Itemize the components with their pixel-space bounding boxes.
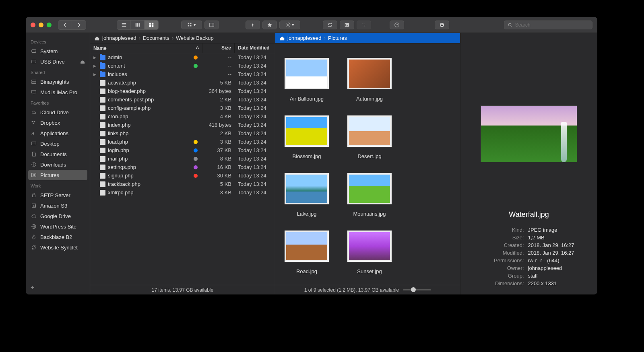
file-row[interactable]: config-sample.php3 KBToday 13:24 xyxy=(90,104,275,112)
file-row[interactable]: mail.php8 KBToday 13:24 xyxy=(90,154,275,163)
icon-grid: Air Balloon.jpgAutumn.jpgBlossom.jpgDese… xyxy=(275,43,460,285)
eject-icon[interactable]: ⏏ xyxy=(80,59,85,65)
sidebar-item[interactable]: Documents xyxy=(26,149,90,159)
disclosure-triangle[interactable]: ▶ xyxy=(93,56,97,60)
thumbnail-item[interactable]: Air Balloon.jpg xyxy=(279,56,334,105)
thumbnail-item[interactable]: Blossom.jpg xyxy=(279,113,334,163)
file-icon xyxy=(100,80,105,86)
meta-value: 2018. Jan 29. 16:27 xyxy=(528,250,574,256)
pictures-icon xyxy=(31,172,37,178)
thumbnail-item[interactable]: Desert.jpg xyxy=(342,113,397,163)
sidebar-item[interactable]: Pictures xyxy=(28,170,87,180)
sidebar-item[interactable]: SFTP Server xyxy=(26,190,90,200)
close-button[interactable] xyxy=(31,23,35,27)
sidebar-item[interactable]: Downloads xyxy=(26,159,90,170)
thumbnail-item[interactable]: Autumn.jpg xyxy=(342,56,397,105)
search-field[interactable] xyxy=(504,21,592,29)
list-view-button[interactable] xyxy=(117,21,131,29)
maximize-button[interactable] xyxy=(47,23,52,27)
icon-view-button[interactable] xyxy=(144,21,158,29)
forward-button[interactable] xyxy=(72,21,86,29)
minimize-button[interactable] xyxy=(39,23,43,27)
file-row[interactable]: cron.php4 KBToday 13:24 xyxy=(90,112,275,121)
file-date: Today 13:24 xyxy=(235,181,275,187)
quicklook-button[interactable] xyxy=(246,21,260,29)
emoji-button[interactable] xyxy=(390,21,404,29)
file-date: Today 13:24 xyxy=(235,105,275,111)
col-name-header[interactable]: Name^ xyxy=(90,43,202,53)
sidebar-item-label: Applications xyxy=(40,130,68,136)
file-row[interactable]: index.php418 bytesToday 13:24 xyxy=(90,121,275,129)
file-row[interactable]: xmlrpc.php3 KBToday 13:24 xyxy=(90,188,275,197)
sidebar-item-label: WordPress Site xyxy=(40,224,76,230)
sidebar-item[interactable]: iCloud Drive xyxy=(26,107,90,117)
compare-button[interactable] xyxy=(357,21,371,29)
file-date: Today 13:24 xyxy=(235,189,275,196)
download-button[interactable] xyxy=(435,21,449,29)
file-icon xyxy=(100,122,105,128)
sidebar-item[interactable]: Binarynights xyxy=(26,76,90,87)
disclosure-triangle[interactable]: ▶ xyxy=(93,72,97,76)
search-input[interactable] xyxy=(515,22,589,28)
svg-rect-7 xyxy=(188,23,190,24)
window-controls xyxy=(31,23,52,27)
file-row[interactable]: ▶admin--Today 13:24 xyxy=(90,53,275,62)
terminal-button[interactable] xyxy=(340,21,354,29)
meta-key: Owner: xyxy=(484,265,524,271)
breadcrumb-item[interactable]: johnappleseed xyxy=(102,35,136,41)
file-row[interactable]: ▶includes--Today 13:24 xyxy=(90,70,275,78)
sidebar-item[interactable]: Desktop xyxy=(26,138,90,149)
file-row[interactable]: links.php2 KBToday 13:24 xyxy=(90,129,275,138)
file-row[interactable]: signup.php30 KBToday 13:24 xyxy=(90,171,275,180)
file-row[interactable]: load.php3 KBToday 13:24 xyxy=(90,138,275,146)
preview-title: Waterfall.jpg xyxy=(509,210,549,219)
file-row[interactable]: trackback.php5 KBToday 13:24 xyxy=(90,180,275,188)
terminal-icon xyxy=(344,22,350,28)
back-button[interactable] xyxy=(58,21,72,29)
sidebar-item[interactable]: WordPress Site xyxy=(26,221,90,232)
breadcrumb-item[interactable]: Documents xyxy=(143,35,169,41)
sidebar-item[interactable]: AApplications xyxy=(26,128,90,138)
disclosure-triangle[interactable]: ▶ xyxy=(93,64,97,68)
cloud-icon xyxy=(31,109,37,115)
add-location-button[interactable]: + xyxy=(31,284,34,291)
file-row[interactable]: blog-header.php364 bytesToday 13:24 xyxy=(90,87,275,95)
sidebar-item[interactable]: System xyxy=(26,46,90,56)
sidebar-section-header: Shared xyxy=(26,67,90,76)
file-row[interactable]: ▶content--Today 13:24 xyxy=(90,62,275,70)
sidebar-item[interactable]: S3Amazon S3 xyxy=(26,200,90,211)
sidebar-item-label: Desktop xyxy=(40,141,60,147)
star-icon xyxy=(267,22,272,28)
action-menu-button[interactable]: ▾ xyxy=(279,21,300,29)
file-row[interactable]: comments-post.php2 KBToday 13:24 xyxy=(90,95,275,104)
thumbnail-item[interactable]: Sunset.jpg xyxy=(342,228,397,278)
file-row[interactable]: settings.php16 KBToday 13:24 xyxy=(90,163,275,171)
thumbnail-size-slider[interactable] xyxy=(403,289,431,290)
sidebar-item[interactable]: Backblaze B2 xyxy=(26,232,90,242)
thumbnail-item[interactable]: Road.jpg xyxy=(279,228,334,278)
titlebar: ▾ ▾ xyxy=(26,17,597,33)
col-size-header[interactable]: Size xyxy=(202,43,235,53)
thumbnail-label: Blossom.jpg xyxy=(289,152,324,160)
file-row[interactable]: login.php37 KBToday 13:24 xyxy=(90,146,275,154)
col-date-header[interactable]: Date Modified xyxy=(235,43,275,53)
sidebar-item[interactable]: Mudi's iMac Pro xyxy=(26,87,90,97)
sidebar-item[interactable]: Google Drive xyxy=(26,211,90,221)
file-date: Today 13:24 xyxy=(235,164,275,170)
sidebar-item[interactable]: Dropbox xyxy=(26,117,90,128)
column-view-button[interactable] xyxy=(131,21,144,29)
preview-image xyxy=(481,105,577,162)
sidebar-section-header: Devices xyxy=(26,36,90,46)
favorite-button[interactable] xyxy=(262,21,277,29)
breadcrumb-item[interactable]: johnappleseed xyxy=(287,35,322,41)
breadcrumb-item[interactable]: Website Backup xyxy=(176,35,214,41)
sync-button[interactable] xyxy=(323,21,337,29)
arrange-button[interactable]: ▾ xyxy=(181,21,202,29)
thumbnail-item[interactable]: Lake.jpg xyxy=(279,171,334,220)
preview-toggle-button[interactable] xyxy=(204,21,219,29)
breadcrumb-item[interactable]: Pictures xyxy=(328,35,347,41)
file-row[interactable]: activate.php5 KBToday 13:24 xyxy=(90,78,275,87)
thumbnail-item[interactable]: Mountains.jpg xyxy=(342,171,397,220)
sidebar-item[interactable]: USB Drive⏏ xyxy=(26,56,90,67)
sidebar-item[interactable]: Website Synclet xyxy=(26,242,90,253)
